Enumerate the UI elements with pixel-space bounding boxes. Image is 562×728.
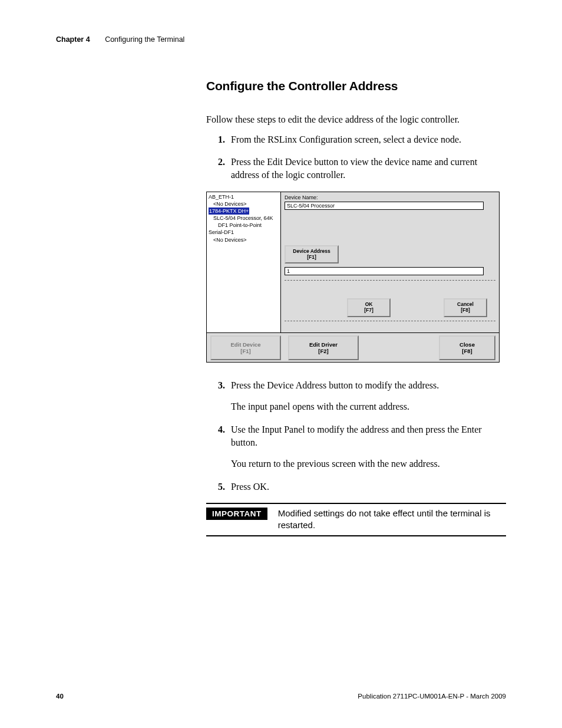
tree-node[interactable]: Serial-DF1: [209, 229, 234, 235]
tree-node[interactable]: AB_ETH-1: [209, 194, 234, 200]
publication-info: Publication 2711PC-UM001A-EN-P - March 2…: [358, 693, 506, 700]
edit-driver-button[interactable]: Edit Driver [F2]: [288, 335, 359, 360]
section-heading: Configure the Controller Address: [206, 79, 506, 93]
callout-tag: IMPORTANT: [206, 508, 267, 520]
step-list-continued: 3. Press the Device Address button to mo…: [218, 379, 506, 493]
device-detail-pane: Device Name: SLC-5/04 Processor Device A…: [281, 192, 499, 332]
step-3: 3. Press the Device Address button to mo…: [218, 379, 506, 414]
step-number: 1.: [218, 133, 225, 146]
tree-node-selected[interactable]: 1784-PKTX DH+: [209, 207, 249, 215]
step-1: 1. From the RSLinx Configuration screen,…: [218, 133, 506, 146]
rslinx-dialog-screenshot: AB_ETH-1 <No Devices> 1784-PKTX DH+ SLC-…: [206, 192, 500, 363]
step-text: Press the Edit Device button to view the…: [231, 157, 477, 180]
ok-button[interactable]: OK [F7]: [347, 298, 391, 317]
chapter-label: Chapter 4: [56, 35, 90, 44]
cancel-button[interactable]: Cancel [F8]: [444, 298, 487, 317]
step-text: Use the Input Panel to modify the addres…: [231, 424, 482, 447]
chapter-title: Configuring the Terminal: [105, 35, 184, 44]
dialog-bottom-bar: Edit Device [F1] Edit Driver [F2] Close …: [207, 332, 499, 363]
device-tree[interactable]: AB_ETH-1 <No Devices> 1784-PKTX DH+ SLC-…: [207, 192, 281, 332]
step-number: 2.: [218, 156, 225, 169]
step-number: 5.: [218, 480, 225, 493]
important-callout: IMPORTANT Modified settings do not take …: [206, 503, 506, 536]
device-address-button[interactable]: Device Address [F1]: [285, 245, 339, 264]
step-text: Press the Device Address button to modif…: [231, 380, 439, 390]
step-followup: The input panel opens with the current a…: [231, 400, 506, 413]
step-text: From the RSLinx Configuration screen, se…: [231, 134, 461, 144]
callout-message: Modified settings do not take effect unt…: [278, 508, 506, 532]
step-text: Press OK.: [231, 482, 269, 492]
close-button[interactable]: Close [F8]: [439, 335, 495, 360]
tree-node[interactable]: DF1 Point-to-Point: [209, 222, 279, 229]
device-name-field[interactable]: SLC-5/04 Processor: [285, 202, 484, 210]
step-number: 3.: [218, 379, 225, 392]
page-number: 40: [56, 693, 64, 700]
step-followup: You return to the previous screen with t…: [231, 457, 506, 470]
edit-device-button[interactable]: Edit Device [F1]: [210, 335, 281, 360]
step-2: 2. Press the Edit Device button to view …: [218, 156, 506, 182]
running-header: Chapter 4 Configuring the Terminal: [56, 35, 506, 44]
tree-node[interactable]: SLC-5/04 Processor, 64K: [209, 215, 279, 222]
device-name-label: Device Name:: [285, 195, 495, 200]
step-4: 4. Use the Input Panel to modify the add…: [218, 423, 506, 471]
page-footer: 40 Publication 2711PC-UM001A-EN-P - Marc…: [56, 693, 506, 700]
device-address-field[interactable]: 1: [285, 267, 484, 275]
tree-node[interactable]: <No Devices>: [209, 200, 279, 207]
intro-paragraph: Follow these steps to edit the device ad…: [206, 113, 506, 126]
step-number: 4.: [218, 423, 225, 436]
step-list: 1. From the RSLinx Configuration screen,…: [218, 133, 506, 182]
tree-node[interactable]: <No Devices>: [209, 236, 279, 243]
step-5: 5. Press OK.: [218, 480, 506, 493]
